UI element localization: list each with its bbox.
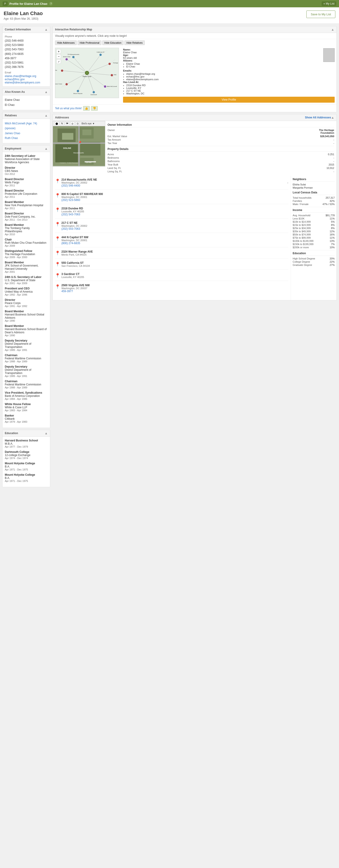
- land-sqft-value: 10,912: [327, 167, 334, 169]
- addresses-collapse-btn[interactable]: ▲: [331, 116, 334, 119]
- email-link[interactable]: elaine.chao@heritage.org: [5, 74, 36, 78]
- svg-text:Mitch McConnell: Mitch McConnell: [107, 86, 117, 87]
- svg-text:California ST: California ST: [97, 52, 105, 53]
- svg-point-26: [104, 86, 106, 88]
- income-label: $10k to $14,999: [293, 220, 311, 223]
- svg-point-34: [61, 69, 63, 72]
- map-dropdown-icon: ▼: [93, 122, 95, 125]
- employment-entry: Board Member Harvard Business School Boa…: [5, 324, 48, 337]
- map-road-btn[interactable]: 🗺: [65, 122, 69, 125]
- employment-role: Chairman: [5, 354, 48, 357]
- income-row: $100k to $149,999 13%: [293, 240, 335, 242]
- education-card: Education ▲ Harvard Business School M.B.…: [2, 430, 50, 487]
- my-list-link[interactable]: « My List: [321, 1, 336, 6]
- divider: [293, 250, 335, 250]
- address-entry: 📍 555 California ST San Francisco, CA 94…: [55, 261, 288, 270]
- education-collapse-btn[interactable]: ▲: [44, 431, 48, 435]
- address-arrow-icon[interactable]: ›: [287, 181, 288, 184]
- employment-role: Board Director: [5, 178, 48, 181]
- census-title: Local Census Data: [293, 191, 335, 195]
- view-profile-button[interactable]: View Profile: [123, 97, 335, 103]
- employment-org: Harvard Business School Global Advisors: [5, 313, 48, 319]
- contact-collapse-btn[interactable]: ▲: [44, 28, 48, 31]
- employment-org: Ruth Mulan Chu Chao Foundation: [5, 241, 48, 244]
- aka-body: Elaine Chao El Chao: [2, 95, 50, 110]
- employment-role: Board Member: [5, 200, 48, 204]
- owner-info-title: Owner Information: [107, 123, 334, 127]
- income-value: 12%: [330, 230, 335, 233]
- relative-link[interactable]: Mitch McConnell (Age: 74) (spouse): [5, 121, 48, 131]
- thumbs-up-btn[interactable]: 👍: [83, 106, 90, 111]
- zoom-out-btn[interactable]: −: [56, 54, 61, 59]
- address-pin-icon: 📍: [55, 262, 60, 267]
- aka-header: Also Known As ▲: [2, 89, 50, 95]
- income-value: 11%: [330, 217, 335, 220]
- employment-date: Apr 1984 - Apr 1986: [5, 398, 48, 400]
- aka-collapse-btn[interactable]: ▲: [44, 90, 48, 94]
- employment-role: White House Fellow: [5, 403, 48, 406]
- market-value-label: Est. Market Value: [107, 135, 127, 137]
- employment-role: Board Director: [5, 189, 48, 192]
- zoom-in-btn[interactable]: +: [56, 49, 61, 54]
- education-date: Apr 1971 - Dec 1975: [5, 468, 48, 471]
- employment-date: Apr 1990: [5, 334, 48, 337]
- employment-collapse-btn[interactable]: ▲: [44, 147, 48, 150]
- network-map-viz[interactable]: + − ⤢: [55, 48, 119, 98]
- satellite-map[interactable]: 100 feet 📍 © 2016 R... © 2016 Pictometry…: [53, 126, 105, 166]
- phone-item: (202) 523-5860: [5, 43, 48, 47]
- svg-point-32: [66, 83, 68, 86]
- hide-addresses-btn[interactable]: Hide Addresses: [55, 40, 77, 45]
- email-link[interactable]: elaine@directemployers.com: [5, 81, 40, 84]
- education-school: Harvard Business School: [5, 439, 48, 442]
- save-to-list-button[interactable]: Save to My List: [306, 10, 335, 18]
- map-addresses-list: 2318 Dundee RD Louisville, KY 217 C ST N…: [123, 84, 335, 95]
- relatives-collapse-btn[interactable]: ▲: [44, 114, 48, 117]
- feedback-link[interactable]: Tell us what you think!: [55, 107, 82, 110]
- employment-date: Apr 1989 - Apr 1991: [5, 375, 48, 377]
- property-details-title: Property Details: [107, 148, 334, 152]
- map-satellite-btn[interactable]: ⊡: [75, 122, 80, 125]
- fullscreen-btn[interactable]: ⤢: [56, 59, 61, 64]
- income-label: $150k to $199,999: [293, 243, 313, 246]
- hide-professional-btn[interactable]: Hide Professional: [78, 40, 101, 45]
- employment-org: The Tomberg Family Philanthropies: [5, 226, 48, 233]
- relative-link[interactable]: Ruth Chao: [5, 136, 48, 141]
- employment-org: Federal Maritime Commission: [5, 383, 48, 386]
- employment-entry: Deputy Secretary District Department of …: [5, 365, 48, 377]
- employment-entry: Distinguished Fellow The Heritage Founda…: [5, 249, 48, 258]
- market-value: $28,543,050: [320, 135, 334, 137]
- employment-role: 24th Secretary of Labor: [5, 154, 48, 157]
- address-phone: (202) 546-4400: [61, 184, 286, 187]
- map-feedback: Tell us what you think! 👍 👎: [53, 104, 337, 112]
- svg-text:United Way: United Way: [55, 69, 57, 71]
- employment-date: Apr 1989 - Apr 1991: [5, 349, 48, 351]
- map-traffic-btn[interactable]: ◎: [70, 122, 75, 125]
- map-toolbar: ⬤ N 🗺 ◎ ⊡ Bird's eye ▼: [53, 121, 105, 126]
- show-all-addresses-link[interactable]: Show All Addresses: [305, 116, 331, 119]
- address-sub: Washington, DC 20001: [61, 196, 288, 198]
- help-icon[interactable]: ?: [49, 2, 53, 5]
- hide-education-btn[interactable]: Hide Education: [102, 40, 124, 45]
- year-built-row: Year Built 2015: [107, 163, 334, 166]
- map-navigate-btn[interactable]: N: [60, 122, 64, 125]
- bedrooms-value: -: [333, 156, 334, 159]
- map-lived-label: Has Lived At:: [123, 81, 335, 84]
- map-tool-btn[interactable]: ⬤: [54, 122, 59, 125]
- hide-relatives-btn[interactable]: Hide Relatives: [125, 40, 145, 45]
- email-link[interactable]: echao@fmc.gov: [5, 78, 25, 81]
- employment-entry: Deputy Secretary District Department of …: [5, 339, 48, 351]
- income-value: 10%: [330, 246, 335, 249]
- employment-entry: Chairman Federal Maritime Commission Apr…: [5, 354, 48, 363]
- thumbs-down-btn[interactable]: 👎: [91, 106, 98, 111]
- relative-link[interactable]: James Chao: [5, 131, 48, 136]
- address-entry: 📍 217 C ST NE Washington, DC 20002 (202)…: [55, 221, 288, 233]
- rel-map-collapse-btn[interactable]: ▲: [331, 28, 334, 31]
- phone-item: (202) 398-7876: [5, 65, 48, 69]
- employment-entry: Board Director Protective Life Corporati…: [5, 189, 48, 198]
- income-value: 8%: [331, 227, 335, 229]
- income-value: 11%: [330, 236, 335, 239]
- education-entry: Mount Holyoke College B.A. Apr 1971 - De…: [5, 473, 48, 482]
- svg-point-30: [77, 90, 79, 92]
- header-left: P Profile for Elaine Lan Chao ?: [3, 2, 53, 6]
- employment-card: Employment ▲ 24th Secretary of Labor Nat…: [2, 145, 50, 428]
